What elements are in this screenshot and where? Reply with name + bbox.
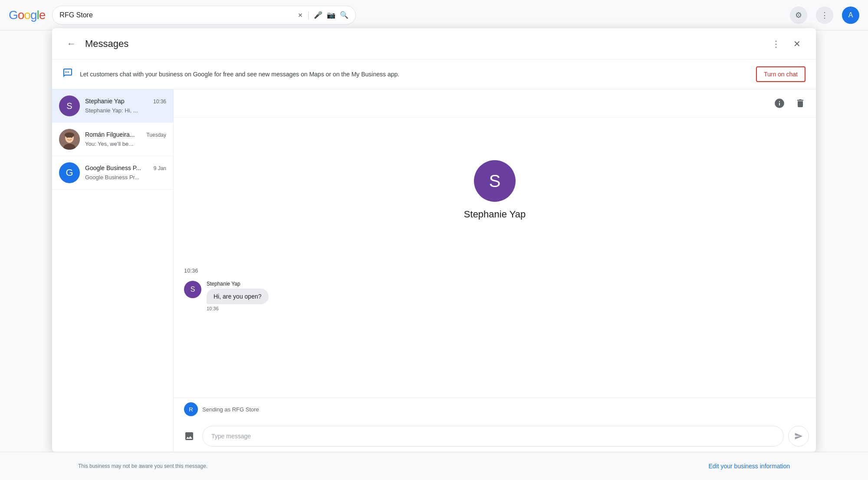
message-input-area — [174, 421, 816, 452]
more-icon[interactable]: ⋮ — [816, 7, 833, 24]
settings-icon[interactable]: ⚙ — [790, 7, 807, 24]
conversation-item[interactable]: G Google Business P... 9 Jan Google Busi… — [52, 156, 173, 190]
modal-title: Messages — [85, 38, 767, 49]
browser-toolbar: ⚙ ⋮ A — [790, 7, 859, 24]
conversation-item[interactable]: Román Filgueira... Tuesday You: Yes, we'… — [52, 123, 173, 156]
conv-preview: You: Yes, we'll be... — [85, 141, 133, 147]
modal-header: ← Messages ⋮ ✕ — [52, 28, 816, 59]
banner-text: Let customers chat with your business on… — [80, 70, 756, 79]
close-button[interactable]: ✕ — [788, 35, 806, 53]
search-text: RFG Store — [59, 11, 293, 19]
search-icon[interactable]: 🔍 — [340, 11, 349, 19]
conv-info: Google Business P... 9 Jan Google Busine… — [85, 164, 166, 181]
page-footer: This business may not be aware you sent … — [0, 452, 868, 480]
message-sender: Stephanie Yap — [207, 281, 269, 287]
edit-business-link[interactable]: Edit your business information — [708, 463, 790, 470]
message-input-field[interactable] — [202, 426, 784, 447]
send-button[interactable] — [788, 426, 809, 447]
conversation-item[interactable]: S Stephanie Yap 10:36 Stephanie Yap: Hi,… — [52, 89, 173, 123]
avatar — [59, 129, 80, 150]
message-time: 10:36 — [207, 306, 269, 311]
browser-chrome: Google RFG Store ✕ | 🎤 📷 🔍 ⚙ ⋮ A — [0, 0, 868, 30]
divider: | — [307, 10, 309, 20]
messages-area: 10:36 S Stephanie Yap Hi, are you open? … — [174, 267, 816, 398]
chat-contact-info: S Stephanie Yap — [174, 118, 816, 267]
sending-as-bar: R Sending as RFG Store — [174, 398, 816, 421]
message-content: Stephanie Yap Hi, are you open? 10:36 — [207, 281, 269, 311]
conv-info: Román Filgueira... Tuesday You: Yes, we'… — [85, 131, 166, 148]
browser-search-bar[interactable]: RFG Store ✕ | 🎤 📷 🔍 — [52, 6, 356, 25]
svg-rect-0 — [65, 72, 67, 72]
chat-area: S Stephanie Yap 10:36 S Stephanie Yap Hi… — [174, 89, 816, 452]
clear-icon[interactable]: ✕ — [298, 12, 303, 19]
chat-icon — [62, 68, 73, 81]
conv-name: Román Filgueira... — [85, 131, 135, 138]
google-logo: Google — [9, 8, 45, 22]
chat-contact-name: Stephanie Yap — [464, 209, 526, 220]
conv-top: Google Business P... 9 Jan — [85, 164, 166, 171]
chat-header-actions — [174, 89, 816, 118]
avatar: S — [59, 95, 80, 116]
camera-icon[interactable]: 📷 — [327, 11, 335, 19]
attach-image-button[interactable] — [181, 427, 198, 445]
delete-button[interactable] — [792, 95, 809, 112]
chat-banner: Let customers chat with your business on… — [52, 59, 816, 89]
conv-name: Google Business P... — [85, 164, 141, 171]
message-group: S Stephanie Yap Hi, are you open? 10:36 — [184, 281, 806, 311]
conv-time: Tuesday — [146, 132, 166, 138]
footer-text: This business may not be aware you sent … — [78, 463, 207, 469]
conv-preview: Google Business Pr... — [85, 174, 139, 181]
mic-icon[interactable]: 🎤 — [314, 11, 322, 19]
message-avatar: S — [184, 281, 201, 298]
header-actions: ⋮ ✕ — [767, 35, 806, 53]
conversations-sidebar: S Stephanie Yap 10:36 Stephanie Yap: Hi,… — [52, 89, 174, 452]
user-avatar[interactable]: A — [842, 7, 859, 24]
message-timestamp-center: 10:36 — [184, 267, 806, 274]
svg-point-7 — [65, 132, 74, 138]
more-menu-button[interactable]: ⋮ — [767, 35, 785, 53]
turn-on-chat-button[interactable]: Turn on chat — [756, 66, 806, 82]
conv-time: 9 Jan — [154, 165, 166, 171]
conv-preview: Stephanie Yap: Hi, ... — [85, 107, 138, 114]
avatar: G — [59, 162, 80, 183]
sending-as-text: Sending as RFG Store — [202, 406, 259, 413]
conv-time: 10:36 — [153, 99, 166, 105]
back-button[interactable]: ← — [62, 35, 80, 53]
message-bubble: Hi, are you open? — [207, 289, 269, 304]
chat-avatar-large: S — [474, 160, 516, 202]
messages-modal: ← Messages ⋮ ✕ Let customers chat with y… — [52, 28, 816, 452]
conv-name: Stephanie Yap — [85, 98, 125, 105]
conv-top: Román Filgueira... Tuesday — [85, 131, 166, 138]
svg-rect-1 — [67, 72, 69, 72]
conv-info: Stephanie Yap 10:36 Stephanie Yap: Hi, .… — [85, 98, 166, 114]
info-button[interactable] — [771, 95, 788, 112]
conv-top: Stephanie Yap 10:36 — [85, 98, 166, 105]
sending-as-avatar: R — [184, 402, 198, 416]
modal-content: S Stephanie Yap 10:36 Stephanie Yap: Hi,… — [52, 89, 816, 452]
